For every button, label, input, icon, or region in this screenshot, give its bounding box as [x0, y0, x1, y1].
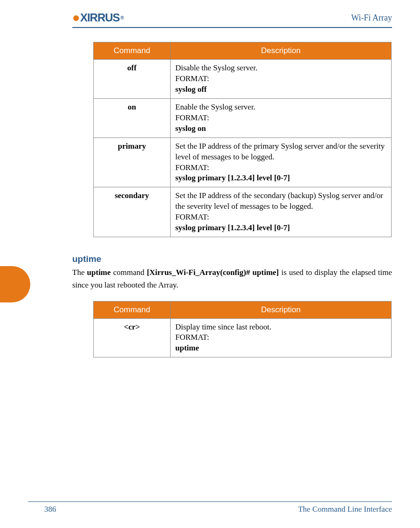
paragraph-span: [Xirrus_Wi-Fi_Array(config)# uptime] [147, 268, 279, 277]
description-line: Set the IP address of the primary Syslog… [175, 141, 386, 163]
description-cell: Disable the Syslog server.FORMAT:syslog … [171, 60, 392, 99]
description-cell: Enable the Syslog server.FORMAT:syslog o… [171, 98, 392, 137]
description-line: uptime [175, 343, 386, 354]
page-header: ● XIRRUS ® Wi-Fi Array [72, 10, 392, 28]
syslog-commands-table: Command Description offDisable the Syslo… [93, 42, 392, 237]
table-row: offDisable the Syslog server.FORMAT:sysl… [94, 60, 392, 99]
page-number: 386 [44, 505, 56, 514]
col-header-command: Command [94, 42, 171, 60]
description-line: syslog on [175, 123, 386, 134]
page-footer: 386 The Command Line Interface [28, 501, 392, 514]
description-line: FORMAT: [175, 332, 386, 343]
table-row: primarySet the IP address of the primary… [94, 137, 392, 187]
uptime-commands-table: Command Description <cr>Display time sin… [93, 301, 392, 358]
description-line: FORMAT: [175, 113, 386, 123]
logo-dot-icon: ● [72, 10, 80, 25]
col-header-description: Description [171, 301, 392, 318]
description-line: Display time since last reboot. [175, 322, 386, 333]
description-line: FORMAT: [175, 163, 386, 173]
description-line: FORMAT: [175, 74, 386, 84]
col-header-command: Command [94, 301, 171, 318]
description-line: syslog primary [1.2.3.4] level [0-7] [175, 173, 386, 184]
description-line: syslog off [175, 84, 386, 95]
brand-text: XIRRUS [80, 11, 120, 24]
chapter-title: The Command Line Interface [298, 505, 392, 514]
command-cell: secondary [94, 187, 171, 237]
description-cell: Display time since last reboot.FORMAT:up… [171, 318, 392, 357]
description-line: Set the IP address of the secondary (bac… [175, 191, 386, 212]
description-line: Enable the Syslog server. [175, 102, 386, 113]
section-paragraph: The uptime command [Xirrus_Wi-Fi_Array(c… [72, 266, 392, 291]
table-row: secondarySet the IP address of the secon… [94, 187, 392, 237]
paragraph-span: command [111, 268, 147, 277]
header-title: Wi-Fi Array [351, 13, 392, 23]
brand-logo: ● XIRRUS ® [72, 10, 124, 25]
command-cell: off [94, 60, 171, 99]
thumb-tab [0, 266, 30, 302]
paragraph-span: uptime [87, 268, 111, 277]
description-line: FORMAT: [175, 212, 386, 223]
description-cell: Set the IP address of the secondary (bac… [171, 187, 392, 237]
command-cell: on [94, 98, 171, 137]
paragraph-span: The [72, 268, 87, 277]
section-heading-uptime: uptime [72, 254, 392, 264]
description-line: syslog primary [1.2.3.4] level [0-7] [175, 223, 386, 233]
command-cell: <cr> [94, 318, 171, 357]
table-row: <cr>Display time since last reboot.FORMA… [94, 318, 392, 357]
table-row: onEnable the Syslog server.FORMAT:syslog… [94, 98, 392, 137]
command-cell: primary [94, 137, 171, 187]
description-line: Disable the Syslog server. [175, 63, 386, 74]
col-header-description: Description [171, 42, 392, 60]
description-cell: Set the IP address of the primary Syslog… [171, 137, 392, 187]
registered-mark: ® [121, 15, 124, 21]
